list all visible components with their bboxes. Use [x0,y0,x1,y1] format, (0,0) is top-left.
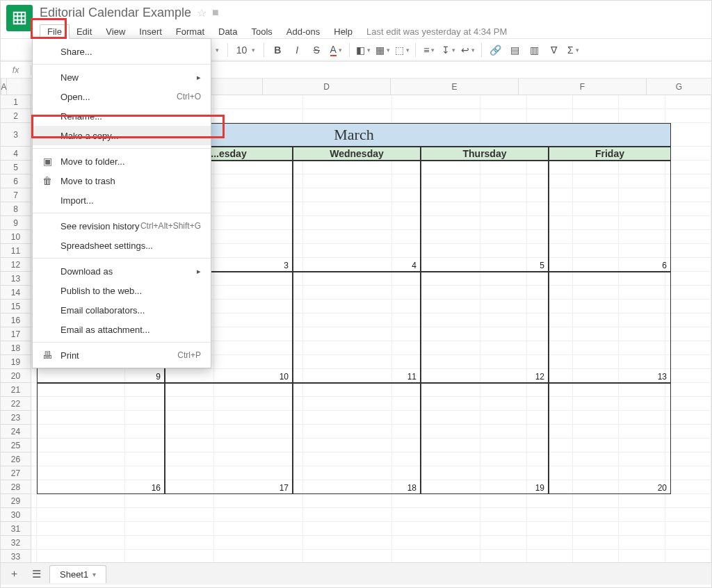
row-header-31[interactable]: 31 [1,522,31,536]
cell[interactable] [31,425,37,439]
cell[interactable] [480,272,526,286]
cell[interactable] [619,369,665,383]
cell[interactable] [573,355,619,369]
column-header-F[interactable]: F [519,79,647,95]
cell[interactable] [527,397,573,411]
cell[interactable] [665,522,711,536]
cell[interactable] [619,536,665,550]
cell[interactable] [619,494,665,508]
menu-view[interactable]: View [99,25,132,38]
cell[interactable] [480,383,526,397]
cell[interactable] [214,216,303,230]
row-header-10[interactable]: 10 [1,230,31,244]
file-revision[interactable]: See revision historyCtrl+Alt+Shift+G [33,216,211,236]
cell[interactable] [573,439,619,452]
cell[interactable] [665,466,711,480]
column-header-D[interactable]: D [263,79,391,95]
cell[interactable] [214,161,303,174]
column-header-G[interactable]: G [647,79,711,95]
menu-format[interactable]: Format [169,25,211,38]
cell[interactable] [619,123,665,147]
cell[interactable] [392,383,481,397]
all-sheets-button[interactable]: ☰ [27,566,45,582]
cell[interactable] [303,341,392,355]
cell[interactable] [573,300,619,313]
cell[interactable] [303,230,392,244]
cell[interactable] [392,230,481,244]
cell[interactable] [480,480,526,494]
cell[interactable] [303,300,392,313]
cell[interactable] [573,480,619,494]
cell[interactable] [31,369,37,383]
row-header-15[interactable]: 15 [1,300,31,313]
cell[interactable] [527,425,573,439]
cell[interactable] [619,383,665,397]
cell[interactable] [527,272,573,286]
file-open[interactable]: Open...Ctrl+O [33,87,211,106]
cell[interactable] [665,313,711,327]
cell[interactable] [619,313,665,327]
cell[interactable] [125,397,214,411]
row-header-13[interactable]: 13 [1,272,31,286]
cell[interactable] [303,286,392,300]
file-move-folder[interactable]: ▣Move to folder... [33,152,211,171]
row-header-21[interactable]: 21 [1,383,31,397]
cell[interactable] [214,272,303,286]
cell[interactable] [480,230,526,244]
row-header-32[interactable]: 32 [1,536,31,550]
cell[interactable] [125,466,214,480]
cell[interactable] [303,355,392,369]
cell[interactable] [303,258,392,272]
cell[interactable] [214,202,303,216]
sheets-app-icon[interactable] [6,5,33,31]
cell[interactable] [619,258,665,272]
row-header-22[interactable]: 22 [1,397,31,411]
cell[interactable] [527,494,573,508]
row-header-8[interactable]: 8 [1,202,31,216]
file-import[interactable]: Import... [33,190,211,210]
row-header-28[interactable]: 28 [1,480,31,494]
cell[interactable] [214,466,303,480]
file-publish[interactable]: Publish to the web... [33,281,211,300]
row-header-3[interactable]: 3 [1,123,31,147]
cell[interactable] [214,258,303,272]
last-edit-text[interactable]: Last edit was yesterday at 4:34 PM [359,26,507,37]
cell[interactable] [665,95,711,109]
row-header-27[interactable]: 27 [1,466,31,480]
cell[interactable] [619,355,665,369]
cell[interactable] [665,369,711,383]
cell[interactable] [214,411,303,425]
row-header-4[interactable]: 4 [1,147,31,161]
cell[interactable] [303,272,392,286]
cell[interactable] [480,244,526,258]
row-header-9[interactable]: 9 [1,216,31,230]
cell[interactable] [527,536,573,550]
cell[interactable] [37,494,126,508]
cell[interactable] [303,536,392,550]
cell[interactable] [527,109,573,123]
menu-help[interactable]: Help [327,25,359,38]
merge-button[interactable]: ⬚ [393,41,411,59]
cell[interactable] [619,425,665,439]
cell[interactable] [303,147,392,161]
cell[interactable] [392,300,481,313]
cell[interactable] [527,95,573,109]
cell[interactable] [619,161,665,174]
cell[interactable] [214,230,303,244]
cell[interactable] [665,230,711,244]
cell[interactable] [392,550,481,562]
cell[interactable] [480,123,526,147]
cell[interactable] [480,550,526,562]
cell[interactable] [573,383,619,397]
cell[interactable] [665,355,711,369]
cell[interactable] [303,216,392,230]
cell[interactable] [303,466,392,480]
cell[interactable] [392,480,481,494]
cell[interactable] [573,188,619,202]
cell[interactable] [573,341,619,355]
row-header-19[interactable]: 19 [1,355,31,369]
comment-button[interactable]: ▤ [505,41,524,59]
row-header-26[interactable]: 26 [1,452,31,466]
cell[interactable] [125,494,214,508]
cell[interactable] [573,258,619,272]
